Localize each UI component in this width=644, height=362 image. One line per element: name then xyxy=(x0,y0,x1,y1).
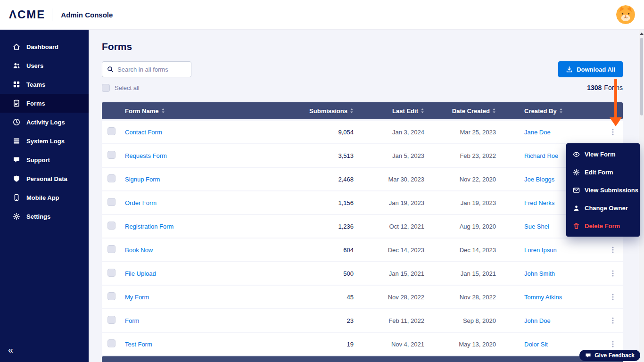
created-by-link[interactable]: Tommy Atkins xyxy=(496,294,603,301)
kebab-menu-icon[interactable] xyxy=(609,317,617,324)
top-header: ΛCME Admin Console xyxy=(0,0,644,30)
context-menu-item[interactable]: Edit Form xyxy=(566,163,640,181)
submissions-cell: 9,054 xyxy=(269,129,354,136)
kebab-menu-icon[interactable] xyxy=(609,293,617,301)
submissions-cell: 1,156 xyxy=(269,199,354,206)
form-name-link[interactable]: Registration Form xyxy=(125,223,269,230)
scrollbar-thumb[interactable] xyxy=(640,38,643,115)
column-header-last-edit[interactable]: Last Edit xyxy=(354,107,424,115)
sidebar-item[interactable]: Activity Logs xyxy=(0,113,89,132)
row-checkbox[interactable] xyxy=(107,339,116,347)
table-row: Order Form 1,156 Jan 19, 2023 Jan 19, 20… xyxy=(102,191,623,214)
sidebar-item-label: Activity Logs xyxy=(26,119,65,126)
created-by-link[interactable]: John Smith xyxy=(496,270,603,277)
date-created-cell: Nov 22, 2020 xyxy=(424,176,496,183)
sidebar-item[interactable]: Settings xyxy=(0,207,89,226)
context-menu-item[interactable]: Delete Form xyxy=(566,217,640,235)
form-name-link[interactable]: File Upload xyxy=(125,270,269,277)
kebab-menu-icon[interactable] xyxy=(609,246,617,254)
created-by-link[interactable]: Dolor Sit xyxy=(496,341,603,348)
context-menu-item-label: Change Owner xyxy=(585,205,628,212)
sidebar-item[interactable]: Dashboard xyxy=(0,37,89,56)
sidebar-item[interactable]: Forms xyxy=(0,94,89,113)
sidebar-item-label: Dashboard xyxy=(26,43,58,50)
row-checkbox[interactable] xyxy=(107,198,116,206)
download-icon xyxy=(566,66,573,73)
give-feedback-button[interactable]: Give Feedback xyxy=(579,350,640,361)
submissions-cell: 604 xyxy=(269,247,354,254)
column-header-date-created[interactable]: Date Created xyxy=(424,107,496,115)
form-name-link[interactable]: Form xyxy=(125,317,269,324)
trash-icon xyxy=(573,222,580,230)
column-header-submissions[interactable]: Submissions xyxy=(269,107,354,115)
row-checkbox[interactable] xyxy=(107,151,116,159)
sidebar-item-label: System Logs xyxy=(26,138,65,145)
sidebar-item[interactable]: System Logs xyxy=(0,132,89,150)
row-checkbox[interactable] xyxy=(107,269,116,277)
row-checkbox[interactable] xyxy=(107,174,116,182)
cat-avatar-image xyxy=(616,5,635,24)
main-content: Forms Download All Select all 1308Forms xyxy=(89,30,644,362)
row-checkbox[interactable] xyxy=(107,316,116,324)
user-avatar[interactable] xyxy=(616,5,635,24)
context-menu-item[interactable]: View Form xyxy=(566,145,640,163)
download-all-button[interactable]: Download All xyxy=(558,61,623,77)
clock-icon xyxy=(13,118,20,126)
form-name-link[interactable]: My Form xyxy=(125,294,269,301)
form-name-link[interactable]: Order Form xyxy=(125,199,269,206)
acme-logo: ΛCME xyxy=(9,8,45,21)
date-created-cell: Feb 23, 2022 xyxy=(424,152,496,159)
sidebar-item[interactable]: Mobile App xyxy=(0,188,89,207)
sidebar-item[interactable]: Personal Data xyxy=(0,169,89,188)
sidebar-item-label: Forms xyxy=(26,100,45,107)
table-row: Requests Form 3,513 Jan 5, 2023 Feb 23, … xyxy=(102,144,623,167)
context-menu-item[interactable]: View Submissions xyxy=(566,181,640,199)
sidebar-item[interactable]: Users xyxy=(0,56,89,75)
last-edit-cell: Oct 12, 2021 xyxy=(354,223,424,230)
created-by-link[interactable]: Jane Doe xyxy=(496,129,603,136)
column-header-form-name[interactable]: Form Name xyxy=(125,107,269,115)
logs-icon xyxy=(13,137,20,145)
date-created-cell: Jan 19, 2023 xyxy=(424,199,496,206)
select-all-label: Select all xyxy=(115,84,140,91)
sidebar-collapse-button[interactable]: « xyxy=(8,345,13,354)
last-edit-cell: Jan 3, 2024 xyxy=(354,129,424,136)
row-checkbox[interactable] xyxy=(107,292,116,300)
sidebar: Dashboard Users Teams Forms Activity Log… xyxy=(0,30,89,362)
sort-icon xyxy=(161,108,165,114)
row-checkbox[interactable] xyxy=(107,245,116,253)
kebab-menu-icon[interactable] xyxy=(609,128,617,136)
form-name-link[interactable]: Contact Form xyxy=(125,129,269,136)
created-by-link[interactable]: John Doe xyxy=(496,317,603,324)
sidebar-item-label: Support xyxy=(26,156,50,164)
table-row: Signup Form 2,468 Mar 30, 2023 Nov 22, 2… xyxy=(102,168,623,190)
row-checkbox[interactable] xyxy=(107,222,116,230)
sidebar-item[interactable]: Teams xyxy=(0,75,89,94)
scrollbar-up-arrow[interactable] xyxy=(639,31,644,36)
form-name-link[interactable]: Requests Form xyxy=(125,152,269,159)
select-all-checkbox[interactable] xyxy=(102,84,110,92)
table-row: Contact Form 9,054 Jan 3, 2024 Mar 25, 2… xyxy=(102,121,623,143)
last-edit-cell: Dec 14, 2023 xyxy=(354,247,424,254)
form-name-link[interactable]: Test Form xyxy=(125,341,269,348)
sort-icon xyxy=(559,108,563,114)
search-input[interactable] xyxy=(117,66,186,73)
kebab-menu-icon[interactable] xyxy=(609,270,617,277)
sidebar-item[interactable]: Support xyxy=(0,150,89,169)
phone-icon xyxy=(13,194,20,201)
kebab-menu-icon[interactable] xyxy=(609,340,617,348)
submissions-cell: 19 xyxy=(269,341,354,348)
date-created-cell: May 13, 2020 xyxy=(424,341,496,348)
sidebar-item-label: Personal Data xyxy=(26,175,67,182)
created-by-link[interactable]: Loren Ipsun xyxy=(496,247,603,254)
table-row: Test Form 19 Nov 4, 2021 May 13, 2020 Do… xyxy=(102,333,623,355)
search-icon xyxy=(107,66,114,73)
form-name-link[interactable]: Signup Form xyxy=(125,176,269,183)
form-name-link[interactable]: Book Now xyxy=(125,247,269,254)
context-menu-item[interactable]: Change Owner xyxy=(566,199,640,217)
row-checkbox[interactable] xyxy=(107,127,116,135)
column-header-created-by[interactable]: Created By xyxy=(496,107,603,115)
search-box[interactable] xyxy=(102,61,191,77)
sort-icon xyxy=(350,108,354,114)
speech-bubble-icon xyxy=(585,353,591,359)
